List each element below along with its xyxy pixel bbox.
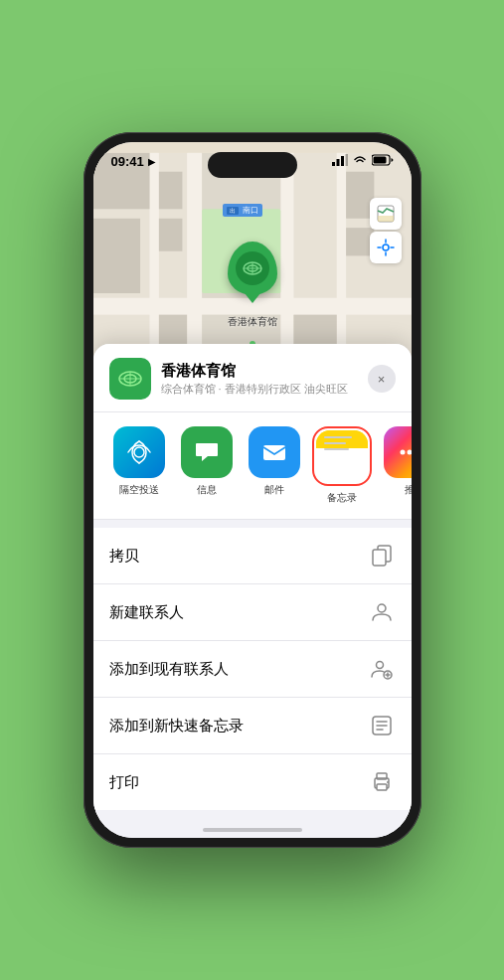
status-time: 09:41 ▶ bbox=[111, 154, 155, 169]
airdrop-icon bbox=[124, 437, 154, 467]
venue-stadium-icon bbox=[116, 365, 144, 393]
copy-icon bbox=[368, 542, 396, 570]
map-controls[interactable] bbox=[370, 198, 402, 263]
share-item-airdrop[interactable]: 隔空投送 bbox=[105, 426, 173, 505]
svg-rect-19 bbox=[158, 219, 182, 251]
dynamic-island bbox=[208, 152, 297, 178]
notes-icon-wrap bbox=[316, 430, 368, 482]
venue-icon bbox=[109, 358, 151, 400]
airdrop-label: 隔空投送 bbox=[119, 483, 159, 497]
svg-rect-29 bbox=[378, 216, 394, 222]
notes-line-2 bbox=[324, 442, 346, 444]
add-contact-label: 添加到现有联系人 bbox=[109, 660, 229, 679]
share-item-notes[interactable]: 备忘录 bbox=[308, 426, 376, 505]
stadium-icon bbox=[242, 257, 263, 279]
mail-icon-wrap bbox=[249, 426, 300, 478]
notes-highlight-border bbox=[312, 426, 372, 486]
add-contact-icon bbox=[368, 655, 396, 683]
map-label-nankou: 出 南口 bbox=[223, 204, 262, 217]
notes-line-3 bbox=[324, 448, 349, 450]
svg-point-39 bbox=[134, 447, 144, 457]
sheet-header: 香港体育馆 综合体育馆 · 香港特别行政区 油尖旺区 × bbox=[93, 344, 412, 412]
svg-point-42 bbox=[407, 450, 412, 455]
action-item-print[interactable]: 打印 bbox=[93, 754, 412, 810]
location-button[interactable] bbox=[370, 232, 402, 263]
svg-rect-5 bbox=[373, 157, 386, 164]
message-icon bbox=[192, 437, 222, 467]
print-icon bbox=[368, 768, 396, 796]
notes-line-1 bbox=[324, 436, 352, 438]
more-dots-icon bbox=[395, 437, 412, 467]
notes-label: 备忘录 bbox=[327, 491, 357, 505]
svg-rect-1 bbox=[336, 159, 339, 166]
svg-rect-0 bbox=[332, 162, 335, 166]
notes-inner bbox=[316, 430, 368, 482]
marker-name: 香港体育馆 bbox=[228, 315, 277, 329]
svg-point-41 bbox=[400, 450, 405, 455]
stadium-marker: 香港体育馆 bbox=[228, 242, 277, 329]
venue-name: 香港体育馆 bbox=[161, 362, 358, 381]
svg-point-47 bbox=[376, 662, 383, 669]
bottom-sheet: 香港体育馆 综合体育馆 · 香港特别行政区 油尖旺区 × bbox=[93, 344, 412, 838]
copy-label: 拷贝 bbox=[109, 547, 139, 566]
mail-label: 邮件 bbox=[264, 483, 284, 497]
map-type-button[interactable] bbox=[370, 198, 402, 230]
airdrop-icon-wrap bbox=[113, 426, 165, 478]
action-item-copy[interactable]: 拷贝 bbox=[93, 528, 412, 584]
share-item-message[interactable]: 信息 bbox=[173, 426, 241, 505]
share-item-more[interactable]: 推 bbox=[376, 426, 412, 505]
svg-point-30 bbox=[383, 245, 389, 250]
battery-icon bbox=[372, 154, 394, 166]
status-icons bbox=[332, 154, 394, 166]
venue-subtitle: 综合体育馆 · 香港特别行政区 油尖旺区 bbox=[161, 382, 358, 397]
message-label: 信息 bbox=[197, 483, 217, 497]
mail-icon bbox=[259, 437, 289, 467]
action-item-add-contact[interactable]: 添加到现有联系人 bbox=[93, 641, 412, 698]
home-indicator-area bbox=[93, 810, 412, 838]
action-item-new-contact[interactable]: 新建联系人 bbox=[93, 584, 412, 641]
svg-rect-3 bbox=[345, 154, 348, 166]
print-label: 打印 bbox=[109, 773, 139, 792]
new-contact-label: 新建联系人 bbox=[109, 603, 184, 622]
svg-rect-26 bbox=[93, 219, 140, 293]
quick-note-label: 添加到新快速备忘录 bbox=[109, 717, 244, 735]
venue-info: 香港体育馆 综合体育馆 · 香港特别行政区 油尖旺区 bbox=[161, 362, 358, 397]
home-indicator bbox=[203, 828, 302, 832]
svg-point-53 bbox=[387, 781, 389, 783]
close-button[interactable]: × bbox=[368, 365, 396, 393]
action-list: 拷贝 新建联系人 bbox=[93, 528, 412, 810]
quick-note-icon bbox=[368, 712, 396, 739]
marker-pin-inner bbox=[236, 251, 269, 285]
marker-pin bbox=[228, 242, 277, 295]
wifi-icon bbox=[353, 154, 367, 166]
more-label: 推 bbox=[405, 483, 412, 497]
action-item-quick-note[interactable]: 添加到新快速备忘录 bbox=[93, 698, 412, 754]
svg-rect-52 bbox=[377, 784, 387, 790]
location-icon: ▶ bbox=[148, 157, 155, 167]
share-row: 隔空投送 信息 bbox=[93, 412, 412, 520]
more-icon-wrap bbox=[384, 426, 412, 478]
nankou-icon: 出 bbox=[227, 207, 239, 215]
svg-rect-2 bbox=[341, 156, 344, 166]
signal-icon bbox=[332, 154, 348, 166]
svg-point-46 bbox=[378, 604, 386, 612]
svg-rect-45 bbox=[373, 550, 386, 566]
message-icon-wrap bbox=[181, 426, 233, 478]
phone-screen: 09:41 ▶ bbox=[93, 142, 412, 838]
new-contact-icon bbox=[368, 598, 396, 626]
svg-rect-40 bbox=[263, 445, 285, 460]
share-item-mail[interactable]: 邮件 bbox=[241, 426, 308, 505]
phone-frame: 09:41 ▶ bbox=[84, 132, 421, 848]
